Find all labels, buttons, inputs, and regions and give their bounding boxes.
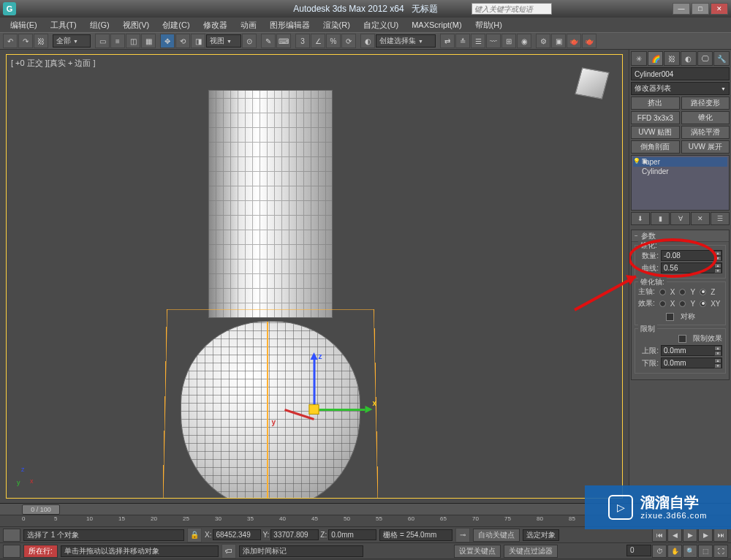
minimize-button[interactable]: — xyxy=(673,3,690,15)
effect-xy-radio[interactable] xyxy=(700,300,706,307)
stack-item-taper[interactable]: Taper xyxy=(633,157,727,167)
object-name-input[interactable]: Cylinder004 xyxy=(631,67,730,80)
move-icon[interactable]: ✥ xyxy=(160,34,175,48)
menu-modifiers[interactable]: 修改器 xyxy=(197,18,233,32)
keyboard-icon[interactable]: ⌨ xyxy=(276,34,291,48)
auto-key-button[interactable]: 自动关键点 xyxy=(473,529,520,542)
modifier-stack[interactable]: Taper Cylinder xyxy=(631,155,730,211)
help-search-input[interactable] xyxy=(471,3,552,15)
undo-icon[interactable]: ↶ xyxy=(3,34,18,48)
lock-ui-icon[interactable] xyxy=(3,529,20,542)
btn-taper[interactable]: 锥化 xyxy=(681,111,730,124)
pin-stack-icon[interactable]: ⬇ xyxy=(631,212,650,225)
btn-extrude[interactable]: 挤出 xyxy=(631,97,680,110)
hierarchy-tab-icon[interactable]: ⛓ xyxy=(664,51,680,66)
menu-view[interactable]: 视图(V) xyxy=(117,18,156,32)
btn-ffd[interactable]: FFD 3x3x3 xyxy=(631,111,680,124)
limit-effect-checkbox[interactable] xyxy=(678,335,686,343)
render-frame-icon[interactable]: ▣ xyxy=(551,34,566,48)
utilities-tab-icon[interactable]: 🔧 xyxy=(713,51,730,66)
make-unique-icon[interactable]: ∀ xyxy=(670,212,689,225)
lock-selection-icon[interactable]: 🔒 xyxy=(187,528,202,542)
symmetry-checkbox[interactable] xyxy=(666,313,674,321)
move-gizmo[interactable]: z x y xyxy=(314,409,315,410)
script-status-button[interactable]: 所在行: xyxy=(23,545,58,558)
configure-icon[interactable]: ☰ xyxy=(711,212,730,225)
next-frame-icon[interactable]: ▶ xyxy=(698,529,713,542)
max-viewport-icon[interactable]: ⛶ xyxy=(713,545,728,558)
close-button[interactable]: ✕ xyxy=(711,3,728,15)
curve-spinner[interactable]: 0.56▲▼ xyxy=(661,262,722,273)
menu-maxscript[interactable]: MAXScript(M) xyxy=(406,19,467,31)
select-region-icon[interactable]: ◫ xyxy=(126,34,140,48)
play-icon[interactable]: ▶ xyxy=(683,529,697,542)
schematic-icon[interactable]: ⊞ xyxy=(501,34,516,48)
menu-animation[interactable]: 动画 xyxy=(235,18,262,32)
remove-mod-icon[interactable]: ✕ xyxy=(691,212,710,225)
stack-item-cylinder[interactable]: Cylinder xyxy=(633,167,727,176)
btn-bevelprofile[interactable]: 倒角剖面 xyxy=(631,140,680,154)
lower-spinner[interactable]: 0.0mm▲▼ xyxy=(661,357,722,368)
time-tag-icon[interactable]: 🏷 xyxy=(221,544,236,559)
btn-turbosmooth[interactable]: 涡轮平滑 xyxy=(681,126,730,139)
pivot-icon[interactable]: ⊙ xyxy=(242,34,257,48)
menu-help[interactable]: 帮助(H) xyxy=(469,18,508,32)
curve-editor-icon[interactable]: 〰 xyxy=(486,34,501,48)
named-sel-icon[interactable]: ◐ xyxy=(360,34,375,48)
scale-icon[interactable]: ◨ xyxy=(191,34,205,48)
amount-spinner[interactable]: -0.08▲▼ xyxy=(661,250,722,261)
goto-end-icon[interactable]: ⏭ xyxy=(713,529,728,542)
menu-edit[interactable]: 编辑(E) xyxy=(4,18,43,32)
maximize-button[interactable]: □ xyxy=(692,3,709,15)
redo-icon[interactable]: ↷ xyxy=(18,34,33,48)
view-cube[interactable] xyxy=(572,64,613,105)
modify-tab-icon[interactable]: 🌈 xyxy=(648,51,664,66)
render-icon[interactable]: 🫖 xyxy=(567,34,581,48)
btn-pathdeform[interactable]: 路径变形 xyxy=(681,97,730,110)
selection-filter-dropdown[interactable]: 全部▼ xyxy=(53,34,91,48)
primary-y-radio[interactable] xyxy=(679,289,686,295)
display-tab-icon[interactable]: 🖵 xyxy=(697,51,713,66)
spinner-snap-icon[interactable]: ⟳ xyxy=(341,34,356,48)
effect-y-radio[interactable] xyxy=(679,300,686,307)
menu-graph-editors[interactable]: 图形编辑器 xyxy=(264,18,316,32)
menu-tools[interactable]: 工具(T) xyxy=(45,18,83,32)
show-result-icon[interactable]: ▮ xyxy=(651,212,670,225)
viewport[interactable]: [ +0 正交 ][真实 + 边面 ] z x y zxy xyxy=(6,54,623,499)
named-selection-dropdown[interactable]: 创建选择集▼ xyxy=(376,34,436,48)
viewport-label[interactable]: [ +0 正交 ][真实 + 边面 ] xyxy=(11,58,96,69)
menu-customize[interactable]: 自定义(U) xyxy=(357,18,404,32)
motion-tab-icon[interactable]: ◐ xyxy=(681,51,697,66)
snap-toggle-icon[interactable]: 3 xyxy=(295,34,310,48)
key-filters-button[interactable]: 关键点过滤器 xyxy=(504,545,558,558)
window-crossing-icon[interactable]: ▦ xyxy=(141,34,156,48)
pan-view-icon[interactable]: ✋ xyxy=(667,545,682,558)
manipulate-icon[interactable]: ✎ xyxy=(261,34,276,48)
mirror-icon[interactable]: ⇄ xyxy=(440,34,455,48)
menu-group[interactable]: 组(G) xyxy=(84,18,115,32)
ref-coord-dropdown[interactable]: 视图▼ xyxy=(206,34,241,48)
layers-icon[interactable]: ☰ xyxy=(471,34,485,48)
link-icon[interactable]: ⛓ xyxy=(34,34,48,48)
create-tab-icon[interactable]: ✳ xyxy=(631,51,647,66)
mini-listener-icon[interactable] xyxy=(3,545,20,558)
angle-snap-icon[interactable]: ∠ xyxy=(311,34,325,48)
set-key-button[interactable]: 设置关键点 xyxy=(454,545,501,558)
coord-x-input[interactable]: 68452.349 xyxy=(213,529,261,540)
time-tag-dropdown[interactable]: 添加时间标记 xyxy=(239,545,363,557)
zoom-icon[interactable]: 🔍 xyxy=(683,545,697,558)
material-editor-icon[interactable]: ◉ xyxy=(517,34,531,48)
time-slider-knob[interactable]: 0 / 100 xyxy=(22,504,60,515)
goto-start-icon[interactable]: ⏮ xyxy=(652,529,667,542)
upper-spinner[interactable]: 0.0mm▲▼ xyxy=(661,345,722,356)
percent-snap-icon[interactable]: % xyxy=(326,34,341,48)
key-mode-icon[interactable]: ⊸ xyxy=(455,528,470,542)
effect-x-radio[interactable] xyxy=(659,300,666,307)
app-icon[interactable]: G xyxy=(3,2,16,15)
rotate-icon[interactable]: ⟲ xyxy=(175,34,190,48)
render-setup-icon[interactable]: ⚙ xyxy=(536,34,550,48)
coord-y-input[interactable]: 33707.809 xyxy=(270,529,319,540)
primary-z-radio[interactable] xyxy=(700,289,706,295)
coord-z-input[interactable]: 0.0mm xyxy=(328,529,376,540)
align-icon[interactable]: ≛ xyxy=(455,34,470,48)
